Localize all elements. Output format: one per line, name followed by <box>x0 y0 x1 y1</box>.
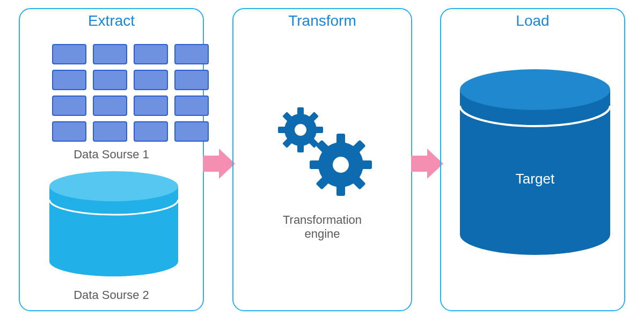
target-cylinder-icon: Target <box>457 68 613 256</box>
grid-cell <box>134 96 168 116</box>
stage-transform-title: Transform <box>233 12 411 30</box>
transformation-engine-label: Transformation engine <box>233 213 411 241</box>
svg-point-27 <box>460 69 610 110</box>
grid-cell <box>174 44 209 64</box>
svg-point-2 <box>49 171 178 201</box>
stage-extract: Extract Data Sourse 1 Data Sourse 2 <box>19 8 204 311</box>
grid-cell <box>52 96 86 116</box>
grid-cell <box>134 70 168 90</box>
stage-transform: Transform <box>232 8 412 311</box>
grid-cell <box>134 121 168 142</box>
arrow-transform-to-load-icon <box>411 148 443 180</box>
grid-cell <box>93 96 127 116</box>
data-source-1-label: Data Sourse 1 <box>20 148 203 162</box>
grid-cell <box>52 121 86 142</box>
arrow-extract-to-transform-icon <box>203 148 235 180</box>
data-source-1-grid-icon <box>52 44 210 142</box>
svg-point-23 <box>333 157 349 173</box>
svg-point-13 <box>295 124 306 136</box>
stage-load-title: Load <box>441 12 624 30</box>
grid-cell <box>174 121 209 142</box>
gears-icon <box>271 100 378 202</box>
grid-cell <box>93 44 127 64</box>
grid-cell <box>134 44 168 64</box>
grid-cell <box>93 70 127 90</box>
grid-cell <box>174 70 209 90</box>
grid-cell <box>174 96 209 116</box>
grid-cell <box>93 121 127 142</box>
stage-load: Load Target <box>440 8 625 311</box>
data-source-2-label: Data Sourse 2 <box>20 288 203 302</box>
svg-marker-3 <box>203 149 235 179</box>
grid-cell <box>52 70 86 90</box>
data-source-2-cylinder-icon <box>47 170 181 277</box>
svg-marker-24 <box>411 149 443 179</box>
stage-extract-title: Extract <box>20 12 203 30</box>
svg-rect-26 <box>460 90 610 235</box>
target-label-text: Target <box>516 171 555 187</box>
grid-cell <box>52 44 86 64</box>
